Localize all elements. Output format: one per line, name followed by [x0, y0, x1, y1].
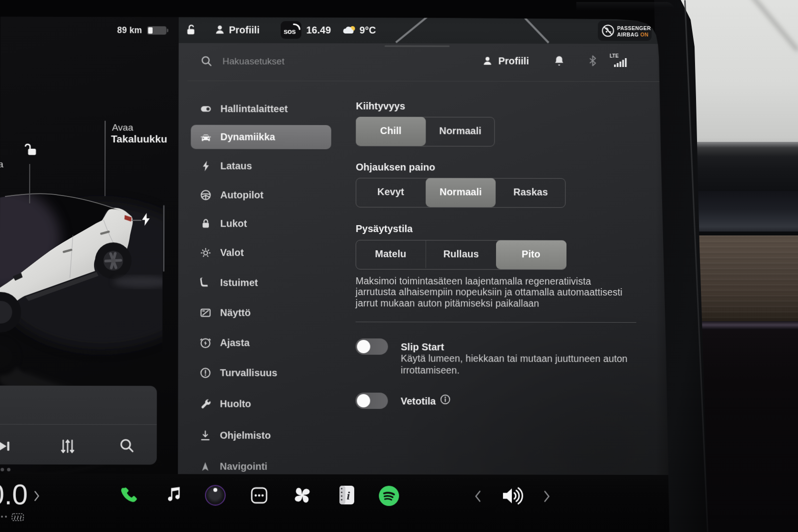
svg-text:i: i	[347, 489, 350, 502]
